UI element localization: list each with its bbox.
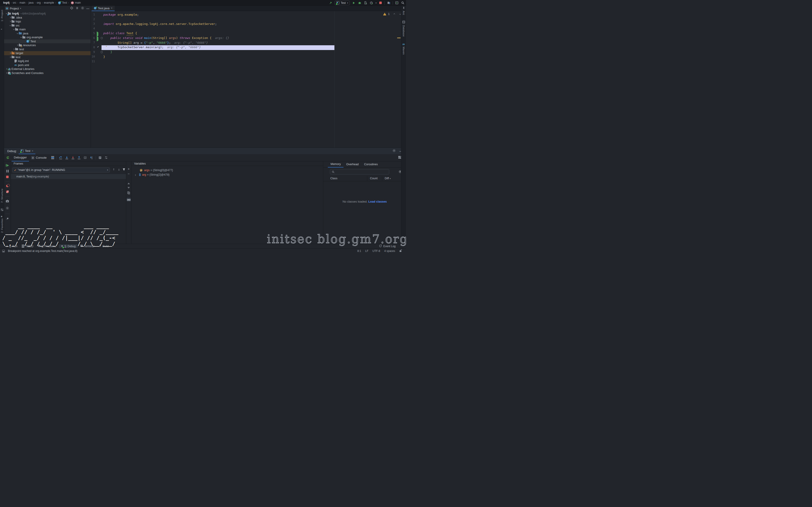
show-execution-point-icon[interactable] xyxy=(59,156,63,160)
tab-coroutines[interactable]: Coroutines xyxy=(361,161,380,168)
coverage-button[interactable] xyxy=(364,1,367,5)
pause-button[interactable] xyxy=(6,170,9,172)
collapse-all-icon[interactable] xyxy=(75,6,79,10)
update-app-icon[interactable] xyxy=(329,1,333,5)
tree-row-test-class[interactable]: CTest xyxy=(4,39,91,44)
breadcrumb-example[interactable]: example xyxy=(44,1,54,4)
run-to-cursor-icon[interactable] xyxy=(90,156,93,160)
debug-settings-gear-icon[interactable] xyxy=(6,207,9,211)
breadcrumb-java[interactable]: java xyxy=(29,1,34,4)
tree-row-test2-dir[interactable]: test xyxy=(4,55,91,59)
tree-row-scratches[interactable]: Scratches and Consoles xyxy=(4,71,91,75)
variable-row-args[interactable]: p args = {String[0]@477} xyxy=(132,168,323,172)
prev-warning-icon[interactable] xyxy=(394,13,395,15)
rerun-icon[interactable] xyxy=(6,156,10,160)
encoding[interactable]: UTF-8 xyxy=(372,249,380,252)
toolwindow-build[interactable]: Build xyxy=(97,244,111,248)
breadcrumb-class-test[interactable]: Test xyxy=(62,1,67,4)
column-diff[interactable]: Diff ▾ xyxy=(385,177,391,180)
tree-row-test-dir[interactable]: test xyxy=(4,47,91,51)
run-button[interactable] xyxy=(352,1,356,5)
hide-panel-icon[interactable]: — xyxy=(86,7,89,10)
sidebar-item-favorites[interactable]: 2: Favorites xyxy=(1,218,3,233)
debug-button[interactable] xyxy=(358,1,362,5)
gear-icon[interactable] xyxy=(392,149,396,153)
stop-button[interactable] xyxy=(6,176,9,178)
view-breakpoints-icon[interactable] xyxy=(6,185,9,187)
tree-row-external-libraries[interactable]: External Libraries xyxy=(4,67,91,71)
duplicate-icon[interactable] xyxy=(127,191,130,195)
breadcrumb-org[interactable]: org xyxy=(37,1,41,4)
column-count[interactable]: Count xyxy=(370,177,377,180)
fold-marker-icon[interactable] xyxy=(101,37,103,39)
sidebar-item-maven[interactable]: Maven xyxy=(402,47,405,55)
toolwindow-toggle-icon[interactable] xyxy=(2,250,5,252)
drop-frame-icon[interactable] xyxy=(83,156,87,160)
remove-watch-icon[interactable]: − xyxy=(128,173,130,175)
stop-button[interactable] xyxy=(378,1,383,5)
filter-funnel-icon[interactable] xyxy=(122,168,125,172)
toolwindow-todo[interactable]: TODO xyxy=(20,244,35,248)
step-over-icon[interactable] xyxy=(65,156,69,160)
sidebar-item-structure[interactable]: 7: Structure xyxy=(1,188,3,204)
frame-row[interactable]: main:8, Test (org.example) xyxy=(11,174,126,179)
tab-debugger[interactable]: Debugger xyxy=(11,154,29,161)
run-config-selector[interactable]: Test ▾ xyxy=(335,1,350,5)
project-panel-title[interactable]: Project xyxy=(10,7,19,10)
status-message[interactable]: Breakpoint reached at org.example.Test.m… xyxy=(8,249,78,252)
run-anything-button[interactable] xyxy=(395,1,399,5)
code-editor[interactable]: 1package org.example; 2 3import org.apac… xyxy=(91,11,401,148)
toolwindows-button[interactable] xyxy=(387,1,391,5)
toolwindow-terminal[interactable]: Terminal xyxy=(79,244,96,248)
toolwindow-run[interactable]: 4: Run xyxy=(5,244,19,248)
tab-memory[interactable]: Memory xyxy=(328,161,344,168)
line-separator[interactable]: LF xyxy=(365,249,368,252)
load-classes-link[interactable]: Load classes xyxy=(368,200,387,203)
tree-row-src[interactable]: src xyxy=(4,23,91,27)
memory-search-input[interactable] xyxy=(330,169,389,174)
tab-overhead[interactable]: Overhead xyxy=(344,161,361,168)
locate-file-icon[interactable] xyxy=(70,6,73,10)
thread-dump-camera-icon[interactable] xyxy=(6,200,9,203)
profiler-chevron-icon[interactable]: ▾ xyxy=(375,2,376,4)
frame-down-icon[interactable] xyxy=(117,168,120,172)
add-watch-icon[interactable]: + xyxy=(128,168,130,170)
expand-chevron-icon[interactable] xyxy=(134,174,136,176)
search-icon[interactable] xyxy=(401,1,405,5)
force-step-into-icon[interactable] xyxy=(71,156,75,160)
watches-glasses-icon[interactable] xyxy=(126,198,131,202)
event-log-button[interactable]: Event Log xyxy=(379,244,396,248)
indent-setting[interactable]: 4 spaces xyxy=(384,249,395,252)
thread-selector[interactable]: ✓ "main"@1 in group "main": RUNNING ▾ xyxy=(12,168,110,172)
tab-console[interactable]: ❯ Console xyxy=(29,154,49,161)
settings-rows-icon[interactable] xyxy=(104,156,108,160)
pin-icon[interactable] xyxy=(6,217,9,221)
sidebar-item-database[interactable]: Database xyxy=(402,25,405,37)
sidebar-item-ant[interactable]: Ant xyxy=(402,11,405,16)
tree-row-logs[interactable]: logs xyxy=(4,19,91,23)
tree-row-iml[interactable]: log4j.iml xyxy=(4,59,91,63)
sidebar-item-project[interactable]: 1: Project xyxy=(1,10,3,22)
tree-row-target[interactable]: target xyxy=(4,51,91,55)
run-gutter-icon[interactable] xyxy=(97,37,98,41)
close-icon[interactable]: × xyxy=(32,149,34,153)
run-gutter-icon[interactable] xyxy=(97,33,98,36)
chevron-down-icon[interactable]: ▾ xyxy=(20,7,21,9)
toolwindow-debug[interactable]: 5: Debug xyxy=(59,244,78,248)
tab-test-java[interactable]: C Test.java × xyxy=(92,6,115,11)
breadcrumb-src[interactable]: src xyxy=(13,1,16,4)
fold-marker-icon[interactable] xyxy=(101,51,103,53)
breadcrumb-method-main[interactable]: main xyxy=(75,1,81,4)
resume-button[interactable] xyxy=(6,164,9,167)
mute-breakpoints-icon[interactable] xyxy=(6,190,9,193)
lock-open-icon[interactable] xyxy=(399,249,402,253)
tree-row-resources[interactable]: resources xyxy=(4,43,91,47)
tree-row-package[interactable]: org.example xyxy=(4,35,91,39)
scrollbar-warning-mark[interactable] xyxy=(397,38,401,38)
frame-up-icon[interactable] xyxy=(112,168,115,172)
breadcrumb-project[interactable]: log4j xyxy=(3,1,9,4)
tree-row-java[interactable]: java xyxy=(4,32,91,36)
caret-position[interactable]: 8:1 xyxy=(357,249,361,252)
close-icon[interactable]: × xyxy=(111,7,112,10)
profiler-button[interactable] xyxy=(369,1,373,5)
